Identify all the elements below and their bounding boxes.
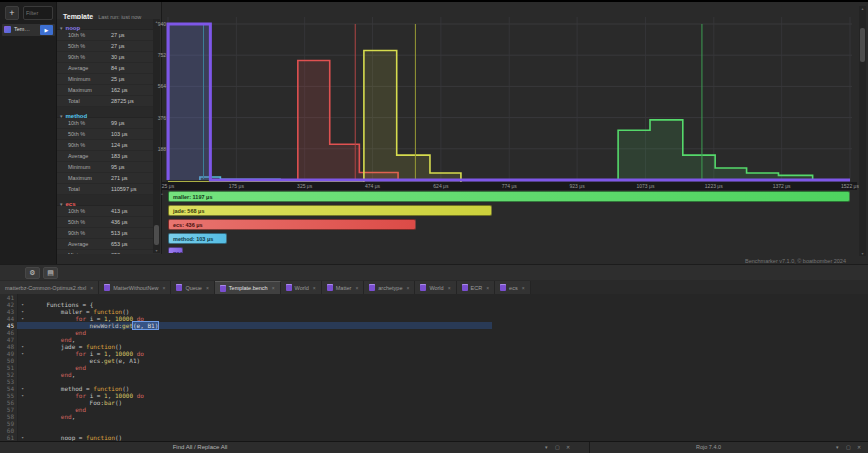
code-line[interactable]: 56Foo:bar(): [0, 399, 868, 406]
code-line[interactable]: 58end,: [0, 413, 868, 420]
stat-row: Total110597 μs: [57, 184, 154, 195]
close-icon[interactable]: ×: [448, 285, 451, 291]
code-line[interactable]: 49▾for i = 1, 10000 do: [0, 350, 868, 357]
fold-arrow-icon[interactable]: ▾: [17, 308, 28, 315]
chart-scrollbar[interactable]: ▴ ▾: [859, 6, 866, 256]
histogram-outline-jade: [168, 51, 461, 182]
rojo-float-icon[interactable]: ▢: [846, 444, 851, 450]
code-line[interactable]: 46end: [0, 329, 868, 336]
fold-arrow-icon[interactable]: ▾: [17, 315, 28, 322]
x-axis-tick-label: 1372 μs: [767, 183, 797, 189]
code-line[interactable]: 51end: [0, 364, 868, 371]
code-line[interactable]: 52end,: [0, 371, 868, 378]
tab-world[interactable]: World×: [281, 281, 322, 294]
scroll-down-icon[interactable]: ▾: [153, 248, 160, 253]
code-line[interactable]: 55▾for i = 1, 10000 do: [0, 392, 868, 399]
tab-matterbz-common-optimus2-rbxl[interactable]: matterbz-Common-Optimus2.rbxl×: [0, 281, 99, 294]
add-benchmark-button[interactable]: +: [5, 6, 19, 20]
code-line[interactable]: 54▾method = function(): [0, 385, 868, 392]
stat-row: Minimum95 μs: [57, 162, 154, 173]
code-line[interactable]: 47end,: [0, 336, 868, 343]
tab-ecs[interactable]: ecs×: [495, 281, 530, 294]
x-axis-tick-label: 624 μs: [426, 183, 456, 189]
tab-template-bench[interactable]: Template.bench×: [215, 281, 281, 294]
tab-queue[interactable]: Queue×: [171, 281, 214, 294]
fold-arrow-icon[interactable]: ▾: [17, 434, 28, 441]
benchmark-file-icon: [4, 26, 11, 33]
tab-ecr[interactable]: ECR×: [457, 281, 496, 294]
fold-gutter: [17, 399, 28, 406]
code-text: end: [75, 364, 86, 371]
fold-arrow-icon[interactable]: ▾: [17, 301, 28, 308]
scrollbar-thumb[interactable]: [860, 28, 865, 62]
stat-section-ecs[interactable]: ▾ecs: [57, 195, 154, 206]
code-line[interactable]: 43▾maller = function(): [0, 308, 868, 315]
code-text: end: [75, 329, 86, 336]
code-text: end,: [61, 371, 75, 378]
tab-matter[interactable]: Matter×: [322, 281, 365, 294]
code-text: noop = function(): [61, 434, 122, 441]
code-line[interactable]: 45newWorld:get(e, B1): [0, 322, 868, 329]
gear-icon: ⚙: [29, 269, 35, 276]
histogram-fill-noop: [168, 24, 850, 180]
find-replace-label[interactable]: Find All / Replace All: [135, 444, 265, 450]
x-axis-tick-label: 25 μs: [153, 183, 183, 189]
code-text: Functions = {: [46, 301, 93, 308]
line-number: 54: [0, 385, 17, 392]
code-line[interactable]: 42▾Functions = {: [0, 301, 868, 308]
sidebar-item-template[interactable]: Tem… ▶: [2, 24, 55, 36]
dock-close-icon[interactable]: ✕: [566, 444, 570, 450]
script-tab-bar: matterbz-Common-Optimus2.rbxl×MatterWith…: [0, 280, 868, 294]
script-icon: [500, 284, 506, 291]
code-line[interactable]: 60: [0, 427, 868, 434]
fold-arrow-icon[interactable]: ▾: [17, 343, 28, 350]
close-icon[interactable]: ×: [355, 285, 358, 291]
tab-matterwithoutnew[interactable]: MatterWithoutNew×: [99, 281, 171, 294]
run-benchmark-button[interactable]: ▶: [40, 25, 53, 35]
fold-arrow-icon[interactable]: ▾: [17, 350, 28, 357]
code-line[interactable]: 59: [0, 420, 868, 427]
line-number: 55: [0, 392, 17, 399]
line-number: 43: [0, 308, 17, 315]
close-icon[interactable]: ×: [162, 285, 165, 291]
close-icon[interactable]: ×: [486, 285, 489, 291]
close-icon[interactable]: ×: [272, 285, 275, 291]
rojo-chevron-icon[interactable]: ▾: [836, 444, 839, 450]
scroll-down-icon[interactable]: ▾: [859, 251, 866, 256]
code-line[interactable]: 50ecs.get(e, A1): [0, 357, 868, 364]
tab-archetype[interactable]: archetype×: [364, 281, 415, 294]
code-line[interactable]: 41: [0, 294, 868, 301]
close-icon[interactable]: ×: [206, 285, 209, 291]
x-axis-tick-label: 325 μs: [290, 183, 320, 189]
docs-button[interactable]: ▤: [43, 267, 58, 279]
scrollbar-thumb[interactable]: [154, 225, 159, 245]
stat-row: 90th %30 μs: [57, 52, 154, 63]
filter-input[interactable]: [23, 6, 53, 20]
rojo-close-icon[interactable]: ✕: [857, 444, 861, 450]
scroll-up-icon[interactable]: ▴: [859, 6, 866, 11]
close-icon[interactable]: ×: [522, 285, 525, 291]
close-icon[interactable]: ×: [90, 285, 93, 291]
sidebar-item-label: Tem…: [14, 26, 30, 32]
benchmark-list-rail: + Tem… ▶: [0, 2, 57, 264]
stat-section-method[interactable]: ▾method: [57, 107, 154, 118]
fold-arrow-icon[interactable]: ▾: [17, 392, 28, 399]
tab-label: matterbz-Common-Optimus2.rbxl: [5, 285, 86, 291]
dock-chevron-icon[interactable]: ▾: [545, 444, 548, 450]
close-icon[interactable]: ×: [313, 285, 316, 291]
settings-button[interactable]: ⚙: [25, 267, 40, 279]
close-icon[interactable]: ×: [406, 285, 409, 291]
fold-arrow-icon[interactable]: ▾: [17, 385, 28, 392]
histogram-fill-maller: [618, 120, 813, 180]
stat-section-noop[interactable]: ▾noop: [57, 19, 154, 30]
dock-float-icon[interactable]: ▢: [555, 444, 560, 450]
script-icon: [327, 284, 333, 291]
code-line[interactable]: 53: [0, 378, 868, 385]
code-line[interactable]: 61▾noop = function(): [0, 434, 868, 441]
code-line[interactable]: 48▾jade = function(): [0, 343, 868, 350]
tab-world[interactable]: World×: [415, 281, 456, 294]
code-line[interactable]: 44▾for i = 1, 10000 do: [0, 315, 868, 322]
code-editor[interactable]: 4142▾Functions = {43▾maller = function()…: [0, 294, 868, 441]
code-line[interactable]: 57end: [0, 406, 868, 413]
result-bar-ecs: ecs: 436 μs: [168, 219, 416, 230]
